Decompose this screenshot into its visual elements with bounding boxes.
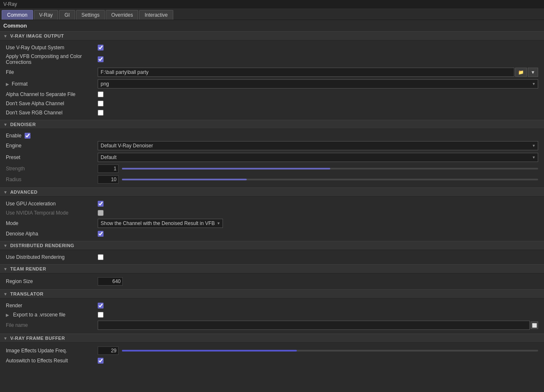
- value-use-distributed: [98, 254, 538, 260]
- section-team-render: ▼ TEAM RENDER Region Size: [0, 264, 544, 289]
- section-body-denoiser: Enable Engine Default V-Ray Denoiser NVI…: [0, 129, 544, 187]
- region-size-input[interactable]: [98, 277, 123, 286]
- row-autoswitch-effects: Autoswitch to Effects Result: [0, 356, 544, 365]
- format-dropdown-wrap: png jpg exr tga: [98, 79, 538, 89]
- value-use-vray-output: [98, 45, 538, 51]
- tab-vray[interactable]: V-Ray: [34, 10, 58, 20]
- mode-dropdown[interactable]: Show the Channel with the Denoised Resul…: [98, 219, 223, 228]
- section-translator: ▼ TRANSLATOR Render ▶ Export to a .vrsce…: [0, 289, 544, 334]
- engine-dropdown[interactable]: Default V-Ray Denoiser NVIDIA AI Denoise…: [98, 141, 538, 150]
- section-vray-image-output: ▼ V-RAY IMAGE OUTPUT Use V-Ray Output Sy…: [0, 31, 544, 120]
- image-effects-slider-track[interactable]: [122, 350, 538, 352]
- distributed-chevron-icon: ▼: [3, 243, 8, 248]
- label-use-nvidia: Use NVIDIA Temporal Mode: [6, 210, 98, 216]
- section-header-advanced[interactable]: ▼ ADVANCED: [0, 187, 544, 197]
- file-name-input[interactable]: [98, 321, 530, 330]
- section-header-vray-image-output[interactable]: ▼ V-RAY IMAGE OUTPUT: [0, 31, 544, 40]
- section-distributed-rendering: ▼ DISTRIBUTED RENDERING Use Distributed …: [0, 241, 544, 264]
- row-use-vray-output: Use V-Ray Output System: [0, 43, 544, 52]
- checkbox-alpha-channel-separate[interactable]: [98, 91, 104, 97]
- section-header-team-render[interactable]: ▼ TEAM RENDER: [0, 264, 544, 273]
- label-use-gpu: Use GPU Acceleration: [6, 201, 98, 207]
- value-dont-save-alpha: [98, 101, 538, 106]
- value-use-nvidia: [98, 210, 538, 216]
- checkbox-denoise-alpha[interactable]: [98, 231, 104, 237]
- row-render: Render: [0, 301, 544, 310]
- strength-slider-track[interactable]: [122, 168, 538, 169]
- section-label-advanced: ADVANCED: [10, 190, 38, 195]
- checkbox-autoswitch-effects[interactable]: [98, 358, 104, 364]
- section-label-translator: TRANSLATOR: [10, 291, 43, 296]
- label-export-vrscene: ▶ Export to a .vrscene file: [6, 312, 98, 318]
- page-title: Common: [0, 20, 544, 31]
- tab-common[interactable]: Common: [2, 10, 33, 20]
- checkbox-use-vray-output[interactable]: [98, 45, 104, 51]
- label-strength: Strength: [6, 166, 98, 172]
- radius-slider-wrap: [98, 175, 538, 184]
- radius-number-input[interactable]: [98, 175, 119, 184]
- denoiser-chevron-icon: ▼: [3, 122, 8, 127]
- row-radius: Radius: [0, 174, 544, 185]
- label-radius: Radius: [6, 177, 98, 182]
- row-export-vrscene: ▶ Export to a .vrscene file: [0, 310, 544, 319]
- row-engine: Engine Default V-Ray Denoiser NVIDIA AI …: [0, 140, 544, 152]
- tab-gi[interactable]: GI: [59, 10, 75, 20]
- section-advanced: ▼ ADVANCED Use GPU Acceleration Use NVID…: [0, 187, 544, 241]
- image-effects-freq-input[interactable]: [98, 346, 119, 355]
- strength-slider-fill: [122, 168, 330, 169]
- value-alpha-channel-separate: [98, 91, 538, 97]
- tab-overrides[interactable]: Overrides: [106, 10, 138, 20]
- checkbox-dont-save-rgb[interactable]: [98, 110, 104, 116]
- row-mode: Mode Show the Channel with the Denoised …: [0, 217, 544, 229]
- preset-dropdown[interactable]: Default Mild Strong: [98, 153, 538, 162]
- value-dont-save-rgb: [98, 110, 538, 116]
- section-header-distributed[interactable]: ▼ DISTRIBUTED RENDERING: [0, 241, 544, 250]
- tab-interactive[interactable]: Interactive: [139, 10, 173, 20]
- checkbox-enable[interactable]: [25, 133, 30, 139]
- checkbox-dont-save-alpha[interactable]: [98, 101, 104, 106]
- label-mode: Mode: [6, 220, 98, 226]
- label-engine: Engine: [6, 143, 98, 149]
- file-dropdown-button[interactable]: ▼: [528, 68, 538, 77]
- checkbox-export-vrscene[interactable]: [98, 312, 104, 318]
- section-label-distributed: DISTRIBUTED RENDERING: [10, 243, 74, 248]
- row-use-nvidia: Use NVIDIA Temporal Mode: [0, 208, 544, 217]
- file-browse-button[interactable]: 📁: [515, 68, 527, 77]
- section-header-denoiser[interactable]: ▼ DENOISER: [0, 120, 544, 129]
- label-image-effects-freq: Image Effects Update Freq.: [6, 348, 98, 354]
- strength-number-input[interactable]: [98, 164, 119, 173]
- section-body-vray-image-output: Use V-Ray Output System Apply VFB Compos…: [0, 40, 544, 120]
- vray-frame-buffer-chevron-icon: ▼: [3, 336, 8, 341]
- file-name-browse-button[interactable]: ⬜: [531, 321, 538, 329]
- checkbox-use-nvidia[interactable]: [98, 210, 104, 216]
- tab-settings[interactable]: Settings: [76, 10, 105, 20]
- value-use-gpu: [98, 201, 538, 207]
- value-file: 📁 ▼: [98, 68, 538, 77]
- label-region-size: Region Size: [6, 278, 98, 284]
- row-file: File 📁 ▼: [0, 66, 544, 78]
- checkbox-apply-vfb[interactable]: [98, 56, 104, 62]
- checkbox-use-gpu[interactable]: [98, 201, 104, 207]
- label-dont-save-alpha: Don't Save Alpha Channel: [6, 101, 98, 106]
- label-preset: Preset: [6, 154, 98, 160]
- advanced-chevron-icon: ▼: [3, 190, 8, 195]
- team-render-chevron-icon: ▼: [3, 267, 8, 271]
- checkbox-render[interactable]: [98, 303, 104, 309]
- section-label-team-render: TEAM RENDER: [10, 266, 46, 271]
- row-format: ▶ Format png jpg exr tga: [0, 78, 544, 90]
- format-dropdown[interactable]: png jpg exr tga: [98, 79, 538, 89]
- row-enable: Enable: [0, 132, 544, 140]
- label-file: File: [6, 69, 98, 75]
- chevron-icon: ▼: [3, 34, 8, 38]
- title-label: V-Ray: [3, 1, 17, 7]
- section-body-advanced: Use GPU Acceleration Use NVIDIA Temporal…: [0, 197, 544, 241]
- section-header-vray-frame-buffer[interactable]: ▼ V-RAY FRAME BUFFER: [0, 334, 544, 343]
- format-chevron-icon: ▶: [6, 82, 9, 86]
- file-input[interactable]: [98, 68, 514, 77]
- label-autoswitch-effects: Autoswitch to Effects Result: [6, 358, 98, 364]
- radius-slider-track[interactable]: [122, 179, 538, 180]
- section-header-translator[interactable]: ▼ TRANSLATOR: [0, 289, 544, 298]
- strength-slider-wrap: [98, 164, 538, 173]
- checkbox-use-distributed[interactable]: [98, 254, 104, 260]
- label-alpha-channel-separate: Alpha Channel to Separate File: [6, 91, 98, 97]
